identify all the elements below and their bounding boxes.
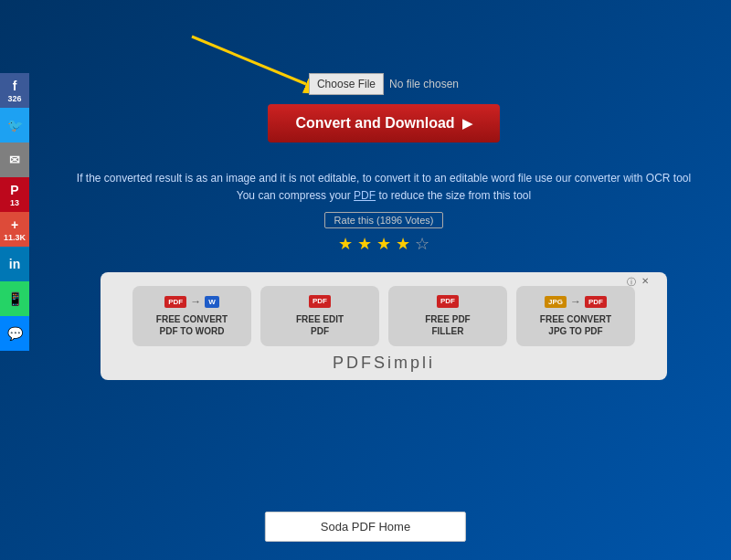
ad-card-edit-pdf[interactable]: PDF FREE EDITPDF xyxy=(260,286,379,346)
info-text: If the converted result is as an image a… xyxy=(77,170,691,205)
bottom-link[interactable]: Soda PDF Home xyxy=(265,512,466,542)
messenger-icon: 💬 xyxy=(7,326,23,341)
info-line1: If the converted result is as an image a… xyxy=(77,170,691,187)
ad-cards: PDF → W FREE CONVERTPDF TO WORD PDF FREE… xyxy=(114,286,653,346)
arrow-icon-4: → xyxy=(570,295,581,308)
linkedin-icon: in xyxy=(9,257,20,271)
choose-file-button[interactable]: Choose File xyxy=(309,73,384,95)
arrow-icon-1: → xyxy=(190,295,201,308)
whatsapp-icon: 📱 xyxy=(7,291,23,306)
star-rating: ★ ★ ★ ★ ☆ xyxy=(338,234,429,254)
plus-icon: + xyxy=(11,217,18,232)
sidebar-item-twitter[interactable]: 🐦 xyxy=(0,108,29,143)
no-file-label: No file chosen xyxy=(389,78,459,90)
email-icon: ✉ xyxy=(9,153,20,167)
ad-card-pdf-to-word[interactable]: PDF → W FREE CONVERTPDF TO WORD xyxy=(132,286,251,346)
pdf-icon-2: PDF xyxy=(309,295,331,308)
ad-card3-icons: PDF xyxy=(437,295,459,308)
ad-brand: PDFSimpli xyxy=(114,354,653,373)
plus-count: 11.3K xyxy=(4,233,26,242)
sidebar-item-plus[interactable]: + 11.3K xyxy=(0,212,29,247)
word-icon: W xyxy=(205,296,219,309)
ad-card1-icons: PDF → W xyxy=(164,295,219,308)
bottom-link-label: Soda PDF Home xyxy=(321,520,410,534)
pdf-link[interactable]: PDF xyxy=(354,189,376,202)
ad-card2-label: FREE EDITPDF xyxy=(296,313,344,337)
pinterest-count: 13 xyxy=(10,198,19,207)
star4: ★ xyxy=(396,235,410,253)
rate-button[interactable]: Rate this (1896 Votes) xyxy=(324,212,444,228)
pdf-icon-4: PDF xyxy=(585,296,607,309)
pdf-icon-3: PDF xyxy=(437,295,459,308)
convert-download-button[interactable]: Convert and Download xyxy=(268,104,499,143)
star2: ★ xyxy=(357,235,372,253)
sidebar-item-email[interactable]: ✉ xyxy=(0,143,29,177)
ad-card-pdf-filler[interactable]: PDF FREE PDFFILLER xyxy=(388,286,507,346)
ad-card3-label: FREE PDFFILLER xyxy=(425,313,470,337)
ad-close-button[interactable]: ✕ xyxy=(641,276,649,286)
star3: ★ xyxy=(376,235,391,253)
ad-card-jpg-to-pdf[interactable]: JPG → PDF FREE CONVERTJPG TO PDF xyxy=(516,286,635,346)
jpg-icon: JPG xyxy=(545,296,567,309)
ad-info-icon[interactable]: ⓘ xyxy=(627,276,636,289)
file-input-area: Choose File No file chosen xyxy=(309,73,459,95)
sidebar-item-messenger[interactable]: 💬 xyxy=(0,316,29,351)
ad-card4-icons: JPG → PDF xyxy=(545,295,607,308)
pinterest-icon: P xyxy=(10,183,18,197)
ad-banner: ⓘ ✕ PDF → W FREE CONVERTPDF TO WORD PDF … xyxy=(101,272,667,380)
ad-card2-icons: PDF xyxy=(309,295,331,308)
facebook-icon: f xyxy=(13,79,17,93)
sidebar-item-pinterest[interactable]: P 13 xyxy=(0,177,29,212)
social-sidebar: f 326 🐦 ✉ P 13 + 11.3K in 📱 💬 xyxy=(0,73,29,351)
main-content: Choose File No file chosen Convert and D… xyxy=(37,0,731,560)
sidebar-item-whatsapp[interactable]: 📱 xyxy=(0,281,29,316)
info-line2: You can compress your PDF to reduce the … xyxy=(77,187,691,205)
sidebar-item-linkedin[interactable]: in xyxy=(0,247,29,281)
facebook-count: 326 xyxy=(7,94,21,103)
twitter-icon: 🐦 xyxy=(7,118,23,132)
sidebar-item-facebook[interactable]: f 326 xyxy=(0,73,29,108)
pdf-icon-1: PDF xyxy=(164,296,186,309)
star-half: ☆ xyxy=(415,235,429,253)
star1: ★ xyxy=(338,235,353,253)
convert-button-label: Convert and Download xyxy=(295,115,454,132)
rate-label: Rate this (1896 Votes) xyxy=(334,215,434,226)
ad-card4-label: FREE CONVERTJPG TO PDF xyxy=(540,313,611,337)
ad-card1-label: FREE CONVERTPDF TO WORD xyxy=(156,313,228,337)
